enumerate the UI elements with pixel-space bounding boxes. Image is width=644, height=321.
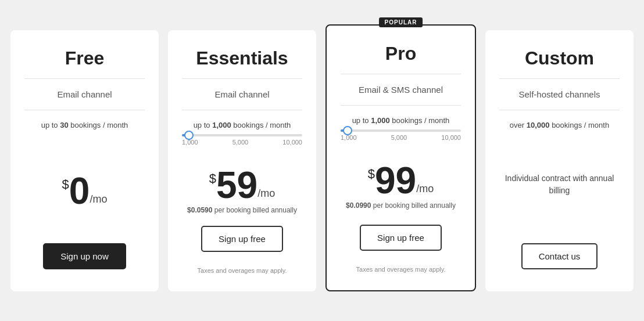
plan-title-pro: Pro [385, 43, 416, 64]
slider-essentials[interactable]: 1,000 5,000 10,000 [182, 134, 302, 154]
price-row-pro: $ 99 /mo [368, 162, 434, 199]
plan-card-pro: POPULAR Pro Email & SMS channel up to 1,… [325, 24, 476, 291]
signup-now-button[interactable]: Sign up now [43, 243, 126, 269]
slider-max-essentials: 10,000 [282, 139, 302, 146]
slider-mid-pro: 5,000 [391, 134, 407, 141]
slider-track-pro [341, 129, 461, 132]
taxes-note-pro: Taxes and overages may apply. [356, 266, 446, 273]
pricing-container: Free Email channel up to 30 bookings / m… [0, 19, 644, 303]
price-per-essentials: /mo [257, 187, 275, 200]
plan-card-essentials: Essentials Email channel up to 1,000 boo… [168, 30, 316, 291]
plan-card-free: Free Email channel up to 30 bookings / m… [10, 30, 159, 291]
plan-channel-pro: Email & SMS channel [359, 85, 443, 95]
divider-custom [499, 78, 620, 79]
price-per-pro: /mo [416, 183, 434, 195]
price-dollar-essentials: $ [209, 171, 216, 186]
popular-badge: POPULAR [379, 17, 423, 27]
plan-channel-essentials: Email channel [214, 89, 269, 99]
price-row-essentials: $ 59 /mo [209, 167, 275, 204]
bookings-essentials: up to 1,000 bookings / month [194, 121, 291, 129]
slider-max-pro: 10,000 [441, 134, 461, 141]
bookings-free: up to 30 bookings / month [41, 121, 128, 129]
plan-title-custom: Custom [525, 48, 594, 69]
price-per-booking-pro: $0.0990 per booking billed annually [346, 201, 456, 210]
price-per-booking-essentials: $0.0590 per booking billed annually [187, 206, 297, 214]
price-dollar-free: $ [62, 177, 69, 192]
slider-track-essentials [182, 134, 302, 136]
divider2-pro [341, 105, 461, 106]
divider2-essentials [182, 110, 302, 110]
bookings-custom: over 10,000 bookings / month [510, 121, 609, 129]
price-per-free: /mo [90, 193, 107, 205]
price-amount-essentials: 59 [216, 167, 257, 204]
signup-free-button-pro[interactable]: Sign up free [360, 225, 442, 251]
plan-card-custom: Custom Self-hosted channels over 10,000 … [485, 30, 634, 291]
price-amount-pro: 99 [375, 162, 416, 199]
bookings-pro: up to 1,000 bookings / month [352, 116, 450, 125]
slider-labels-essentials: 1,000 5,000 10,000 [182, 139, 302, 146]
taxes-note-essentials: Taxes and overages may apply. [198, 267, 287, 274]
plan-channel-custom: Self-hosted channels [518, 89, 600, 99]
price-dollar-pro: $ [368, 167, 375, 182]
divider2-custom [499, 110, 620, 110]
slider-thumb-pro[interactable] [343, 126, 352, 135]
price-row-free: $ 0 /mo [62, 172, 108, 210]
plan-title-free: Free [65, 48, 105, 69]
divider2-free [24, 110, 145, 110]
signup-free-button-essentials[interactable]: Sign up free [201, 226, 283, 252]
slider-pro[interactable]: 1,000 5,000 10,000 [341, 129, 461, 149]
slider-mid-essentials: 5,000 [232, 139, 249, 146]
custom-description: Individual contract with annual billing [499, 172, 620, 197]
price-amount-free: 0 [69, 172, 90, 210]
divider-free [24, 78, 145, 79]
divider-essentials [182, 78, 302, 79]
slider-thumb-essentials[interactable] [184, 131, 194, 140]
contact-us-button[interactable]: Contact us [521, 243, 598, 269]
plan-title-essentials: Essentials [196, 48, 288, 69]
slider-labels-pro: 1,000 5,000 10,000 [341, 134, 461, 141]
divider-pro [341, 74, 461, 74]
plan-channel-free: Email channel [57, 89, 112, 99]
